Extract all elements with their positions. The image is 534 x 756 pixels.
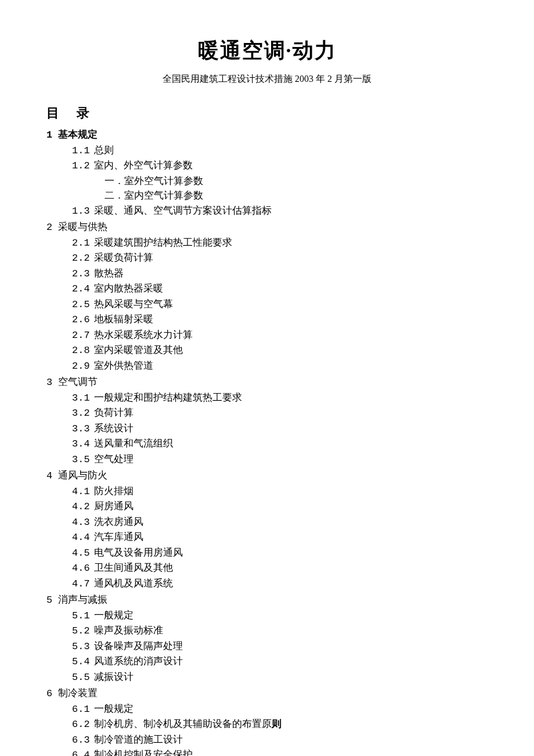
section-title: 室外供热管道	[94, 360, 153, 371]
toc-heading: 目 录	[46, 103, 488, 123]
table-of-contents: 1 基本规定1.1总则1.2室内、外空气计算参数一．室外空气计算参数二．室内空气…	[46, 127, 488, 756]
section-entry: 3.3系统设计	[72, 421, 488, 437]
section-entry: 2.7热水采暖系统水力计算	[72, 327, 488, 343]
chapter-entry: 6 制冷装置	[46, 686, 488, 701]
section-title: 室内、外空气计算参数	[94, 160, 193, 171]
section-entry: 3.4送风量和气流组织	[72, 436, 488, 452]
chapter-entry: 2 采暖与供热	[46, 219, 488, 235]
section-title: 地板辐射采暖	[94, 314, 153, 325]
section-title: 热风采暖与空气幕	[94, 298, 173, 309]
section-entry: 2.2采暖负荷计算	[72, 250, 488, 266]
section-entry: 5.3设备噪声及隔声处理	[72, 639, 488, 654]
section-entry: 4.3洗衣房通风	[72, 514, 488, 530]
section-title: 送风量和气流组织	[94, 438, 173, 449]
section-title: 一般规定	[94, 610, 134, 621]
section-entry: 6.4制冷机控制及安全保护	[72, 747, 488, 756]
section-title: 一般规定	[94, 703, 134, 714]
section-entry: 2.6地板辐射采暖	[72, 312, 488, 327]
section-number: 3.3	[72, 422, 94, 437]
section-entry: 5.2噪声及振动标准	[72, 623, 488, 639]
section-entry: 4.7通风机及风道系统	[72, 576, 488, 592]
subsection-number: 二．	[104, 190, 124, 201]
section-entry: 2.3散热器	[72, 266, 488, 282]
section-title: 噪声及振动标准	[94, 625, 163, 636]
section-number: 4.3	[72, 515, 94, 530]
subsection-title: 室内空气计算参数	[124, 190, 203, 201]
section-title: 减振设计	[94, 671, 134, 682]
section-title-bold: 则	[272, 718, 282, 729]
section-entry: 4.1防火排烟	[72, 484, 488, 499]
chapter-title: 基本规定	[58, 129, 98, 140]
chapter-title: 制冷装置	[58, 687, 98, 699]
chapter-number: 6	[46, 688, 58, 699]
section-entry: 3.1一般规定和围护结构建筑热工要求	[72, 390, 488, 406]
chapter-number: 3	[46, 377, 58, 388]
section-number: 5.4	[72, 654, 94, 669]
section-number: 4.2	[72, 499, 94, 514]
section-title: 洗衣房通风	[94, 516, 143, 527]
section-number: 4.4	[72, 530, 94, 545]
section-number: 5.1	[72, 609, 94, 624]
chapter-title: 通风与防火	[58, 470, 107, 481]
section-title: 制冷机控制及安全保护	[94, 749, 193, 756]
section-entry: 1.2室内、外空气计算参数	[72, 158, 488, 174]
section-number: 2.4	[72, 282, 94, 297]
section-number: 2.6	[72, 312, 94, 327]
section-entry: 5.4风道系统的消声设计	[72, 654, 488, 669]
section-entry: 2.8室内采暖管道及其他	[72, 343, 488, 358]
chapter-number: 1	[46, 129, 58, 141]
section-number: 3.2	[72, 406, 94, 421]
section-number: 4.5	[72, 546, 94, 561]
section-title: 负荷计算	[94, 407, 134, 418]
section-title: 通风机及风道系统	[94, 578, 173, 589]
section-title: 采暖、通风、空气调节方案设计估算指标	[94, 205, 272, 216]
section-title: 热水采暖系统水力计算	[94, 329, 193, 340]
section-entry: 6.1一般规定	[72, 701, 488, 717]
section-title: 室内散热器采暖	[94, 283, 163, 294]
section-entry: 2.5热风采暖与空气幕	[72, 297, 488, 312]
section-number: 2.8	[72, 343, 94, 358]
chapter-title: 空气调节	[58, 376, 98, 387]
section-entry: 5.1一般规定	[72, 608, 488, 624]
section-title: 室内采暖管道及其他	[94, 344, 183, 355]
section-number: 2.3	[72, 267, 94, 282]
section-number: 4.7	[72, 577, 94, 592]
section-entry: 3.2负荷计算	[72, 405, 488, 421]
section-number: 3.1	[72, 391, 94, 406]
section-title: 系统设计	[94, 423, 134, 434]
section-number: 2.9	[72, 359, 94, 374]
subsection-entry: 一．室外空气计算参数	[104, 174, 488, 189]
subsection-number: 一．	[104, 175, 124, 186]
section-title: 制冷机房、制冷机及其辅助设备的布置原	[94, 718, 272, 729]
section-entry: 1.1总则	[72, 143, 488, 159]
section-number: 2.5	[72, 297, 94, 312]
section-entry: 5.5减振设计	[72, 669, 488, 685]
section-title: 防火排烟	[94, 485, 134, 496]
section-title: 制冷管道的施工设计	[94, 734, 183, 745]
section-entry: 6.2制冷机房、制冷机及其辅助设备的布置原则	[72, 717, 488, 732]
section-title: 空气处理	[94, 453, 134, 465]
chapter-title: 采暖与供热	[58, 221, 107, 232]
section-title: 卫生间通风及其他	[94, 562, 173, 573]
section-number: 4.1	[72, 484, 94, 499]
section-number: 3.5	[72, 452, 94, 467]
chapter-number: 2	[46, 222, 58, 233]
section-entry: 4.6卫生间通风及其他	[72, 560, 488, 576]
section-title: 设备噪声及隔声处理	[94, 640, 183, 651]
chapter-entry: 4 通风与防火	[46, 468, 488, 484]
section-number: 5.2	[72, 624, 94, 639]
section-number: 3.4	[72, 437, 94, 452]
section-title: 采暖负荷计算	[94, 252, 153, 263]
section-title: 汽车库通风	[94, 531, 143, 542]
chapter-entry: 5 消声与减振	[46, 592, 488, 608]
section-title: 一般规定和围护结构建筑热工要求	[94, 392, 242, 403]
section-entry: 4.4汽车库通风	[72, 530, 488, 545]
document-title: 暖通空调·动力	[46, 35, 488, 66]
section-entry: 2.9室外供热管道	[72, 358, 488, 374]
section-number: 6.2	[72, 717, 94, 732]
section-title: 采暖建筑围护结构热工性能要求	[94, 237, 232, 248]
section-entry: 4.2厨房通风	[72, 499, 488, 514]
section-entry: 2.4室内散热器采暖	[72, 281, 488, 297]
section-number: 6.3	[72, 733, 94, 748]
chapter-number: 4	[46, 470, 58, 481]
